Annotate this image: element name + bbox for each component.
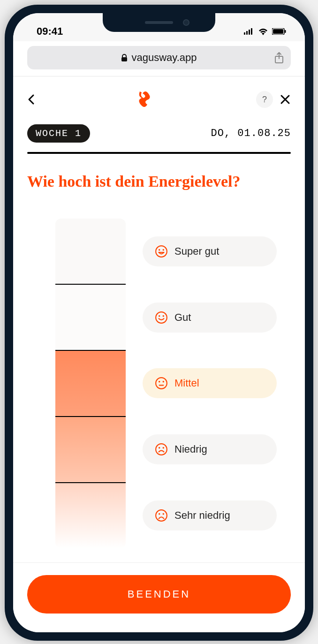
- browser-url-bar[interactable]: vagusway.app: [27, 46, 291, 69]
- battery-icon: [272, 28, 286, 35]
- week-badge: WOCHE 1: [27, 124, 90, 143]
- energy-option[interactable]: Mittel: [143, 368, 277, 398]
- end-button[interactable]: BEENDEN: [27, 575, 291, 614]
- svg-point-21: [159, 447, 160, 448]
- svg-point-10: [159, 249, 160, 250]
- energy-bar[interactable]: [55, 219, 126, 548]
- svg-rect-3: [251, 28, 252, 35]
- back-button[interactable]: [27, 94, 35, 105]
- date-label: DO, 01.08.25: [211, 128, 291, 139]
- browser-domain: vagusway.app: [131, 52, 197, 64]
- mood-icon: [155, 377, 168, 390]
- phone-notch: [103, 13, 215, 32]
- status-icons: [244, 28, 286, 35]
- meta-row: WOCHE 1 DO, 01.08.25: [13, 121, 305, 148]
- svg-rect-1: [246, 31, 248, 35]
- energy-levels: Super gutGutMittelNiedrigSehr niedrig: [13, 205, 305, 562]
- svg-point-17: [159, 381, 160, 383]
- mood-icon: [155, 245, 168, 258]
- close-icon: [280, 94, 291, 105]
- svg-point-24: [159, 513, 160, 515]
- svg-rect-7: [121, 57, 127, 61]
- energy-option[interactable]: Sehr niedrig: [143, 500, 277, 530]
- app-logo: [135, 88, 156, 111]
- svg-point-18: [163, 381, 164, 383]
- svg-rect-2: [249, 30, 250, 35]
- phone-screen: 09:41 vagusway.app: [13, 13, 305, 632]
- lock-icon: [121, 54, 128, 61]
- mood-icon: [155, 443, 168, 456]
- option-label: Sehr niedrig: [174, 509, 230, 522]
- svg-point-9: [156, 246, 167, 257]
- cellular-icon: [244, 28, 254, 35]
- svg-rect-5: [273, 29, 283, 34]
- logo-icon: [135, 88, 156, 111]
- bar-segment: [55, 482, 126, 548]
- svg-point-25: [163, 513, 164, 515]
- svg-point-16: [156, 378, 167, 389]
- phone-frame: 09:41 vagusway.app: [5, 5, 313, 641]
- status-time: 09:41: [37, 25, 63, 38]
- bar-segment: [55, 416, 126, 482]
- bar-segment: [55, 219, 126, 284]
- options-list: Super gutGutMittelNiedrigSehr niedrig: [143, 219, 277, 548]
- bar-segment: [55, 350, 126, 416]
- energy-option[interactable]: Super gut: [143, 236, 277, 266]
- svg-point-23: [156, 510, 167, 521]
- wifi-icon: [258, 28, 268, 35]
- energy-option[interactable]: Gut: [143, 303, 277, 333]
- bar-segment: [55, 284, 126, 350]
- app-header: ?: [13, 76, 305, 121]
- mood-icon: [155, 509, 168, 522]
- close-button[interactable]: [280, 94, 291, 105]
- help-button[interactable]: ?: [256, 91, 273, 108]
- svg-rect-6: [285, 30, 286, 33]
- svg-rect-0: [244, 32, 245, 35]
- svg-point-14: [159, 315, 160, 317]
- mood-icon: [155, 311, 168, 324]
- svg-point-13: [156, 312, 167, 323]
- option-label: Niedrig: [174, 443, 207, 455]
- share-button[interactable]: [274, 52, 284, 64]
- option-label: Gut: [174, 311, 191, 324]
- question-title: Wie hoch ist dein Energielevel?: [13, 154, 305, 205]
- svg-point-15: [163, 315, 164, 317]
- svg-point-20: [156, 444, 167, 455]
- option-label: Super gut: [174, 245, 219, 258]
- svg-point-22: [163, 447, 164, 448]
- share-icon: [274, 52, 284, 64]
- chevron-left-icon: [27, 94, 35, 105]
- svg-point-11: [163, 249, 164, 250]
- energy-option[interactable]: Niedrig: [143, 434, 277, 464]
- option-label: Mittel: [174, 377, 199, 389]
- footer: BEENDEN: [13, 562, 305, 632]
